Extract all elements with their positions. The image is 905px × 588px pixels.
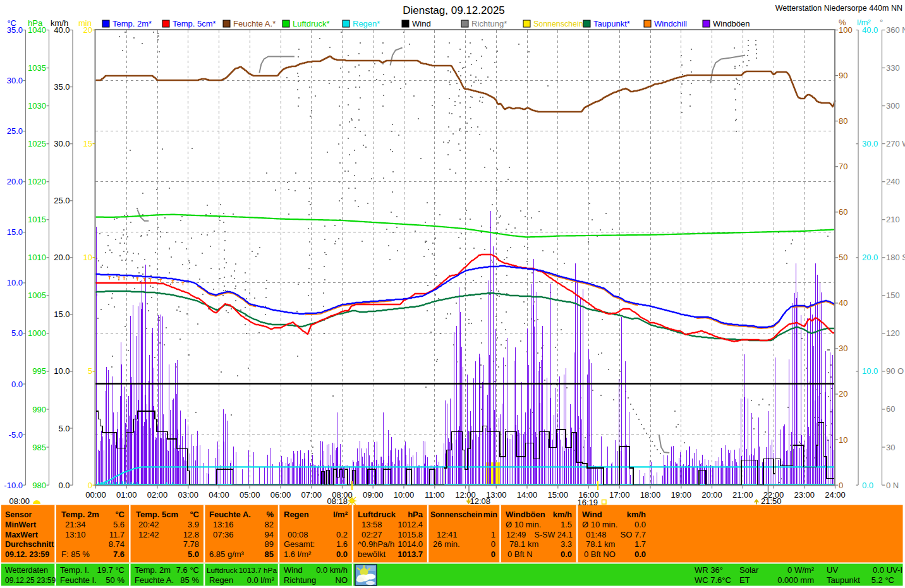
svg-text:0 Bft N: 0 Bft N: [507, 549, 533, 559]
svg-text:NO: NO: [336, 575, 348, 585]
svg-text:17:00: 17:00: [609, 490, 630, 500]
svg-text:-10.0: -10.0: [4, 481, 23, 490]
svg-text:20.0: 20.0: [54, 253, 70, 262]
svg-text:08:00: 08:00: [9, 496, 30, 506]
svg-text:3.9: 3.9: [188, 520, 199, 529]
svg-text:20:00: 20:00: [702, 490, 722, 500]
svg-text:11.7: 11.7: [109, 530, 125, 539]
svg-text:1.6: 1.6: [336, 539, 348, 549]
svg-text:01:48: 01:48: [586, 530, 607, 539]
svg-text:5.0: 5.0: [11, 328, 23, 338]
svg-text:Temp. 5cm*: Temp. 5cm*: [173, 19, 216, 28]
svg-text:330: 330: [886, 63, 900, 73]
svg-text:20.0: 20.0: [862, 253, 878, 262]
svg-text:0.0: 0.0: [862, 481, 873, 490]
svg-text:UV: UV: [827, 565, 838, 575]
svg-text:-5.0: -5.0: [9, 430, 23, 440]
svg-text:12.8: 12.8: [183, 530, 199, 539]
svg-text:°: °: [880, 18, 883, 27]
svg-text:11:00: 11:00: [425, 490, 445, 500]
svg-text:bewölkt: bewölkt: [358, 549, 386, 559]
svg-text:02:27: 02:27: [361, 530, 382, 539]
svg-text:%: %: [266, 510, 274, 519]
svg-text:°C: °C: [190, 510, 199, 519]
svg-text:min: min: [78, 18, 92, 28]
svg-text:Temp. 2m: Temp. 2m: [61, 510, 99, 519]
svg-text:07:36: 07:36: [213, 530, 234, 539]
svg-text:10.0: 10.0: [7, 278, 23, 287]
svg-text:24:00: 24:00: [825, 490, 846, 500]
svg-text:13:16: 13:16: [213, 520, 234, 529]
svg-text:0 Bft NO: 0 Bft NO: [584, 549, 616, 559]
svg-text:25.0: 25.0: [7, 126, 23, 136]
svg-text:04:00: 04:00: [209, 490, 229, 500]
svg-text:Feuchte I.: Feuchte I.: [60, 575, 97, 585]
svg-text:Gesamt:: Gesamt:: [284, 539, 315, 549]
svg-text:Wind: Wind: [582, 510, 602, 519]
svg-text:1010: 1010: [28, 253, 46, 262]
svg-text:Wind: Wind: [412, 19, 431, 28]
svg-text:0.0: 0.0: [11, 380, 23, 389]
svg-text:S-SW 24.1: S-SW 24.1: [535, 531, 573, 539]
svg-text:Feuchte A.: Feuchte A.: [209, 510, 251, 519]
svg-text:02:00: 02:00: [147, 490, 168, 500]
svg-text:0: 0: [491, 539, 495, 549]
svg-text:10:00: 10:00: [394, 490, 415, 500]
svg-text:01:00: 01:00: [116, 490, 137, 500]
svg-text:MinWert: MinWert: [5, 520, 37, 529]
svg-text:Temp. 2m*: Temp. 2m*: [112, 19, 152, 28]
svg-text:995: 995: [32, 366, 46, 376]
svg-text:360 N: 360 N: [886, 25, 905, 35]
svg-text:min: min: [483, 510, 497, 519]
svg-text:25.0: 25.0: [54, 196, 70, 205]
svg-text:MaxWert: MaxWert: [5, 531, 39, 539]
svg-text:1013.7 hPa: 1013.7 hPa: [239, 566, 277, 575]
svg-text:14:00: 14:00: [517, 490, 538, 500]
svg-text:Solar: Solar: [739, 565, 759, 575]
svg-text:180 S: 180 S: [886, 253, 905, 262]
svg-text:78.1 km: 78.1 km: [509, 539, 538, 549]
svg-text:20: 20: [839, 389, 847, 399]
svg-text:Sensor: Sensor: [5, 510, 32, 519]
svg-text:10: 10: [839, 435, 847, 445]
svg-text:08:18: 08:18: [327, 496, 348, 506]
svg-text:0 N: 0 N: [886, 481, 899, 490]
svg-text:0 W/m²: 0 W/m²: [787, 565, 815, 575]
svg-text:km/h: km/h: [51, 18, 68, 28]
svg-text:40: 40: [839, 298, 847, 308]
svg-text:1000: 1000: [28, 328, 46, 338]
svg-text:80: 80: [839, 116, 847, 126]
svg-text:30.0: 30.0: [862, 139, 878, 148]
svg-text:5.6: 5.6: [113, 520, 125, 529]
svg-text:16:19: 16:19: [577, 498, 598, 507]
svg-text:WR 36°: WR 36°: [695, 565, 723, 575]
svg-text:°C: °C: [115, 510, 125, 519]
svg-text:Dienstag, 09.12.2025: Dienstag, 09.12.2025: [403, 4, 505, 16]
svg-text:30.0: 30.0: [7, 76, 23, 85]
svg-text:1005: 1005: [28, 291, 46, 300]
svg-text:1: 1: [491, 530, 495, 539]
svg-text:12:08: 12:08: [470, 496, 490, 506]
svg-text:30: 30: [886, 443, 895, 452]
svg-text:0.0: 0.0: [336, 549, 348, 559]
svg-text:985: 985: [32, 443, 46, 452]
svg-text:150: 150: [886, 291, 900, 300]
svg-text:12:41: 12:41: [437, 530, 458, 539]
svg-text:0.0 l/m²: 0.0 l/m²: [247, 575, 275, 585]
svg-text:Temp. 5cm: Temp. 5cm: [136, 510, 178, 519]
svg-text:85 %: 85 %: [180, 575, 199, 585]
svg-text:00:00: 00:00: [85, 490, 106, 500]
svg-text:5.2 °C: 5.2 °C: [872, 575, 894, 585]
svg-text:1020: 1020: [28, 177, 46, 186]
svg-text:26 min.: 26 min.: [433, 539, 460, 549]
svg-text:270 W: 270 W: [886, 139, 905, 148]
svg-text:60: 60: [886, 404, 895, 414]
svg-text:20:42: 20:42: [138, 520, 159, 529]
svg-text:0.0: 0.0: [58, 481, 70, 490]
svg-text:10.0: 10.0: [862, 366, 878, 376]
svg-text:09.12.25 23:59: 09.12.25 23:59: [5, 576, 56, 585]
svg-text:Windböen: Windböen: [506, 510, 545, 519]
svg-text:SO 7.7: SO 7.7: [621, 530, 646, 539]
svg-text:Richtung*: Richtung*: [471, 19, 507, 28]
svg-text:90: 90: [839, 71, 847, 80]
